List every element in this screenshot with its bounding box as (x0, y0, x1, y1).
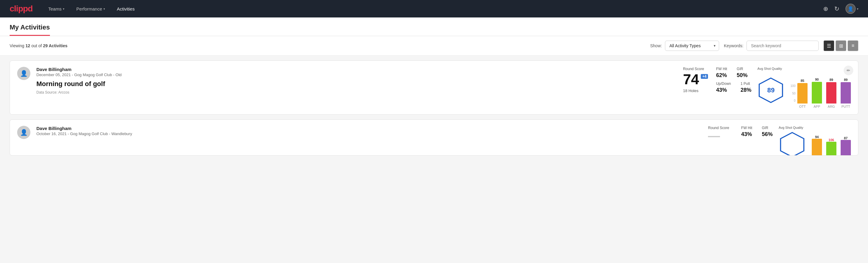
avg-shot-quality-group: Avg Shot Quality 89 100 50 (757, 67, 851, 108)
one-putt-stat: 1 Putt 28% (741, 82, 751, 93)
bar-arg-2: 87 (841, 136, 851, 155)
shot-quality-section: Avg Shot Quality 89 100 50 (757, 67, 851, 108)
stat-pair-row-1: FW Hit 43% GIR 56% (741, 126, 773, 138)
bar-app-value: 90 (815, 78, 819, 81)
y-label-0: 0 (790, 99, 796, 102)
user-name: Dave Billingham (36, 126, 702, 131)
bar-ott-2: 94 (812, 135, 822, 155)
holes-label: 18 Holes (683, 88, 710, 93)
hex-score-container (779, 131, 806, 155)
activity-title: Morning round of golf (36, 80, 677, 88)
hexagon-svg (779, 131, 806, 155)
bar-2 (812, 139, 822, 155)
bar-chart-container: 100 50 0 85 OTT (790, 72, 851, 108)
avg-shot-quality-label: Avg Shot Quality (757, 67, 851, 70)
bar-app-label: APP (813, 105, 820, 108)
viewing-count-text: Viewing 12 out of 29 Activities (10, 43, 645, 48)
performance-chevron-icon: ▾ (103, 7, 105, 10)
bar-arg-value: 89 (830, 78, 833, 82)
round-score-block: Round Score 74 +4 18 Holes (683, 67, 710, 93)
activity-card: 👤 Dave Billingham December 05, 2021 - Go… (10, 60, 858, 115)
nav-teams[interactable]: Teams ▾ (47, 0, 65, 18)
app-logo[interactable]: clippd (10, 4, 32, 13)
updown-stat: Up/Down 43% (716, 82, 731, 93)
avatar: 👤 (17, 67, 30, 80)
bar-ott-label: OTT (799, 105, 806, 108)
activity-type-select[interactable]: All Activity Types (665, 40, 719, 51)
one-putt-label: 1 Putt (741, 82, 751, 86)
data-source: Data Source: Arccos (36, 90, 677, 94)
search-input[interactable] (746, 40, 819, 51)
bar-ott-bar (797, 83, 808, 104)
grid-view-button[interactable]: ⊞ (836, 40, 846, 51)
refresh-icon[interactable]: ↻ (834, 5, 839, 12)
nav-activities[interactable]: Activities (116, 0, 136, 18)
bar-3 (826, 142, 836, 155)
updown-label: Up/Down (716, 82, 731, 86)
keywords-label: Keywords: (724, 43, 743, 48)
filter-bar: Viewing 12 out of 29 Activities Show: Al… (0, 36, 868, 56)
date-course: October 16, 2021 - Gog Magog Golf Club -… (36, 132, 702, 136)
nav-performance[interactable]: Performance ▾ (75, 0, 106, 18)
list-view-button[interactable]: ☰ (824, 40, 834, 51)
avg-shot-quality-group: Avg Shot Quality 94 106 (779, 126, 851, 155)
card-info: Dave Billingham December 05, 2021 - Gog … (36, 67, 677, 94)
gir-stat: GIR 50% (737, 67, 748, 79)
bar-4 (841, 140, 851, 155)
svg-marker-1 (780, 133, 804, 156)
avatar-icon: 👤 (847, 6, 854, 12)
updown-value: 43% (716, 87, 731, 93)
stat-pair-row-1: FW Hit 62% GIR 50% (716, 67, 751, 79)
user-chevron-icon: ▾ (857, 7, 858, 10)
user-menu-button[interactable]: 👤 ▾ (845, 4, 858, 14)
round-score-label: Round Score (683, 67, 710, 71)
stat-pairs: FW Hit 43% GIR 56% (741, 126, 773, 138)
round-score-block: Round Score (708, 126, 735, 137)
fw-hit-label: FW Hit (741, 126, 752, 130)
gir-label: GIR (737, 67, 748, 71)
edit-button[interactable]: ✏ (844, 66, 853, 75)
keywords-filter-group: Keywords: (724, 40, 819, 51)
bar-arg: 89 ARG (826, 78, 836, 108)
bar-arg-val-2: 87 (844, 136, 847, 140)
one-putt-value: 28% (741, 87, 751, 93)
shot-quality-section: Avg Shot Quality 94 106 (779, 126, 851, 155)
stat-pairs: FW Hit 62% GIR 50% Up/Down 43% 1 Putt 28… (716, 67, 751, 93)
avatar: 👤 (845, 4, 856, 14)
page-header: My Activities (0, 18, 868, 36)
hex-score-container: 89 (757, 77, 784, 104)
add-icon[interactable]: ⊕ (823, 5, 828, 12)
round-score-label: Round Score (708, 126, 735, 130)
bar-putt-label: PUTT (841, 105, 850, 108)
fw-hit-stat: FW Hit 62% (716, 67, 727, 79)
score-placeholder (708, 136, 720, 137)
avatar: 👤 (17, 126, 30, 139)
hex-score-value: 89 (767, 86, 774, 94)
stat-pair-row-2: Up/Down 43% 1 Putt 28% (716, 82, 751, 93)
bar-putt-bar (841, 82, 851, 104)
user-name: Dave Billingham (36, 67, 677, 72)
date-course: December 05, 2021 - Gog Magog Golf Club … (36, 72, 677, 77)
bar-putt-value: 89 (844, 78, 847, 82)
page-title: My Activities (10, 24, 50, 31)
gir-value: 50% (737, 72, 748, 79)
y-label-100: 100 (790, 84, 796, 88)
bar-app: 90 APP (812, 78, 822, 108)
gir-label: GIR (762, 126, 773, 130)
fw-hit-value: 62% (716, 72, 727, 79)
fw-hit-stat: FW Hit 43% (741, 126, 752, 138)
gir-stat: GIR 56% (762, 126, 773, 138)
fw-hit-value: 43% (741, 131, 752, 138)
user-avatar-icon: 👤 (20, 70, 28, 77)
activities-list: 👤 Dave Billingham December 05, 2021 - Go… (0, 56, 868, 165)
y-label-50: 50 (790, 92, 796, 95)
user-avatar-icon: 👤 (20, 129, 28, 136)
bar-ott: 85 OTT (797, 79, 808, 108)
bar-ott-val-2: 94 (815, 135, 819, 139)
bar-app-val-2: 106 (829, 138, 834, 142)
bar-app-2: 106 (826, 138, 836, 155)
navbar: clippd Teams ▾ Performance ▾ Activities … (0, 0, 868, 18)
page-title-container: My Activities (10, 18, 50, 36)
teams-chevron-icon: ▾ (63, 7, 64, 10)
detail-view-button[interactable]: ≡ (847, 40, 858, 51)
